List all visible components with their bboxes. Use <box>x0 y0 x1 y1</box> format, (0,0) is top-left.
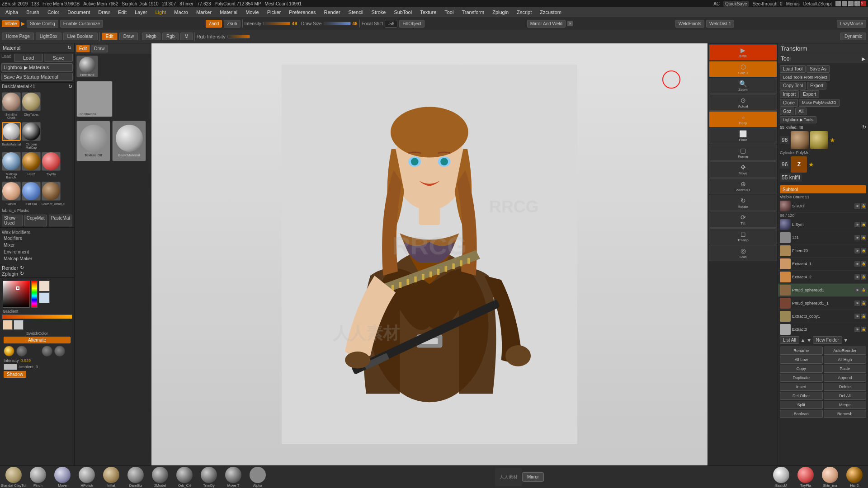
knifed-icon[interactable]: ↻ <box>862 124 866 130</box>
goz-label[interactable]: Goz <box>780 108 794 115</box>
material-item-skin[interactable] <box>2 182 21 201</box>
brush-edit-btn[interactable]: Edit <box>76 45 90 52</box>
auto-reorder-btn[interactable]: AutoReorder <box>824 347 867 355</box>
mirror-weld-btn[interactable]: Mirror And Weld <box>527 20 566 28</box>
logo-area[interactable]: 人人素材 <box>495 468 522 486</box>
all-high-btn[interactable]: All High <box>824 356 867 364</box>
new-folder-btn[interactable]: New Folder <box>813 336 842 344</box>
list-all-btn[interactable]: List All <box>780 336 799 344</box>
menu-material[interactable]: Material <box>216 9 241 16</box>
zadd-btn[interactable]: Zadd <box>206 20 222 28</box>
lightbox-materials-btn[interactable]: Lightbox ▶ Materials <box>1 63 73 72</box>
load-btn[interactable]: Load <box>14 54 43 62</box>
menu-macro[interactable]: Macro <box>170 9 192 16</box>
menu-brush[interactable]: Brush <box>23 9 43 16</box>
edit-mode-btn[interactable]: Edit <box>102 33 118 40</box>
menu-stroke[interactable]: Stroke <box>368 9 390 16</box>
menu-light[interactable]: Light <box>152 9 170 16</box>
subtool-eye-8[interactable]: 👁 <box>854 300 860 306</box>
menu-color[interactable]: Color <box>44 9 63 16</box>
viewport[interactable]: RRCG 人人素材 RRCG <box>151 43 708 465</box>
subtool-eye-5[interactable]: 👁 <box>854 261 860 267</box>
load-tools-project-btn[interactable]: Load Tools From Project <box>780 74 830 81</box>
shadow-btn[interactable]: Shadow <box>4 371 26 378</box>
zplugin-refresh-icon[interactable]: ↻ <box>20 271 24 277</box>
ui-btn-1[interactable] <box>835 1 841 6</box>
subtool-lsym[interactable]: L.Sym 👁 🔒 <box>778 218 868 231</box>
tool-2model[interactable]: 2Model <box>148 467 172 488</box>
duplicate-btn[interactable]: Duplicate <box>780 374 823 382</box>
draw-mode-btn[interactable]: Draw <box>119 33 138 40</box>
subtool-eye-9[interactable]: 👁 <box>854 314 860 319</box>
environment-link[interactable]: Environment <box>2 249 72 255</box>
material-item-flat[interactable] <box>22 182 41 201</box>
menu-preferences[interactable]: Preferences <box>285 9 319 16</box>
subtool-lock-icon[interactable]: 🔒 <box>861 203 866 209</box>
ambient-swatch[interactable] <box>4 364 17 370</box>
scroll-up-icon[interactable]: ▲ <box>800 337 806 343</box>
subtool-lock-5[interactable]: 🔒 <box>861 261 866 267</box>
fill-object-btn[interactable]: FillObject <box>399 20 425 28</box>
subtool-lock-7[interactable]: 🔒 <box>861 287 866 293</box>
paste-btn[interactable]: Paste <box>824 365 867 373</box>
all-low-btn[interactable]: All Low <box>780 356 823 364</box>
load-tool-btn[interactable]: Load Tool <box>780 65 806 73</box>
mixer-link[interactable]: Mixer <box>2 242 72 249</box>
color-hue-sat[interactable] <box>3 281 30 308</box>
paste-mat-btn[interactable]: PasteMat <box>49 215 72 226</box>
solo-btn[interactable]: ◎ Solo <box>709 245 777 261</box>
new-folder-scroll[interactable]: ▼ <box>843 337 849 343</box>
copy-mat-btn[interactable]: CopyMat <box>24 215 47 226</box>
close-mirror-icon[interactable]: × <box>567 21 573 26</box>
light-bulb-4[interactable] <box>54 346 65 357</box>
lightbox-btn2[interactable]: LightBox <box>36 33 61 40</box>
menu-stencil[interactable]: Stencil <box>345 9 367 16</box>
home-page-btn[interactable]: Home Page <box>2 33 34 40</box>
import-btn[interactable]: Import <box>780 90 799 98</box>
bg-color-swatch[interactable] <box>14 320 24 330</box>
make-poly-btn[interactable]: Make PolyMesh3D <box>799 99 840 107</box>
see-through-btn[interactable]: See-through: 0 <box>752 1 782 6</box>
subtool-header[interactable]: Subtool <box>780 185 866 193</box>
tool-thumbnail-2[interactable] <box>810 131 828 149</box>
remesh-btn[interactable]: Remesh <box>824 410 867 418</box>
tool-alpha[interactable]: Alpha <box>246 467 269 488</box>
move-tool-btn[interactable]: ✥ Move <box>709 161 777 178</box>
menu-render[interactable]: Render <box>321 9 344 16</box>
subtool-lock-4[interactable]: 🔒 <box>861 248 866 253</box>
menu-zzcustom[interactable]: Zzcustom <box>536 9 565 16</box>
texture-off-item[interactable]: Texture Off <box>76 121 110 161</box>
rename-btn[interactable]: Rename <box>780 347 823 355</box>
append-btn[interactable]: Append <box>824 374 867 382</box>
tool-damstz[interactable]: DamStz <box>124 467 147 488</box>
focal-shift-value[interactable]: -56 <box>385 20 397 28</box>
subtool-extract41[interactable]: Extract4_1 👁 🔒 <box>778 258 868 271</box>
subtool-fibers70[interactable]: Fibers70 👁 🔒 <box>778 244 868 258</box>
menu-texture[interactable]: Texture <box>416 9 440 16</box>
light-bulb-3[interactable] <box>42 346 52 357</box>
tool-hair2[interactable]: Hair2 <box>843 467 866 488</box>
fg-color-swatch[interactable] <box>3 320 13 330</box>
copy-mat-icon[interactable]: ↻ <box>68 84 72 89</box>
tool-orb-cri[interactable]: Orb_Cri <box>173 467 196 488</box>
show-used-btn[interactable]: Show Used <box>2 215 23 226</box>
all-label[interactable]: All <box>795 108 807 115</box>
split-btn[interactable]: Split <box>780 401 823 409</box>
actual-btn[interactable]: ⊙ Actual <box>709 94 777 111</box>
m-btn[interactable]: M <box>180 33 192 40</box>
render-label[interactable]: Render <box>2 265 18 271</box>
export-btn2[interactable]: Export <box>800 90 819 98</box>
material-item-basic[interactable] <box>2 122 21 141</box>
delete-btn[interactable]: Delete <box>824 383 867 391</box>
tool-zbrush-icon[interactable]: Z <box>791 156 807 173</box>
subtool-eye-2[interactable]: 👁 <box>854 222 860 227</box>
subtool-eye-icon[interactable]: 👁 <box>854 203 860 209</box>
menu-zscript[interactable]: Zscript <box>513 9 535 16</box>
tool-move[interactable]: Move <box>51 467 74 488</box>
menus-btn[interactable]: Menus <box>786 1 800 6</box>
quick-save-btn[interactable]: QuickSave <box>723 1 749 7</box>
color-swatch-1[interactable] <box>39 281 50 291</box>
light-bulb-1[interactable] <box>4 346 14 357</box>
tool-inflat[interactable]: Inflat <box>99 467 123 488</box>
tool-hpolish[interactable]: HPolish <box>75 467 99 488</box>
